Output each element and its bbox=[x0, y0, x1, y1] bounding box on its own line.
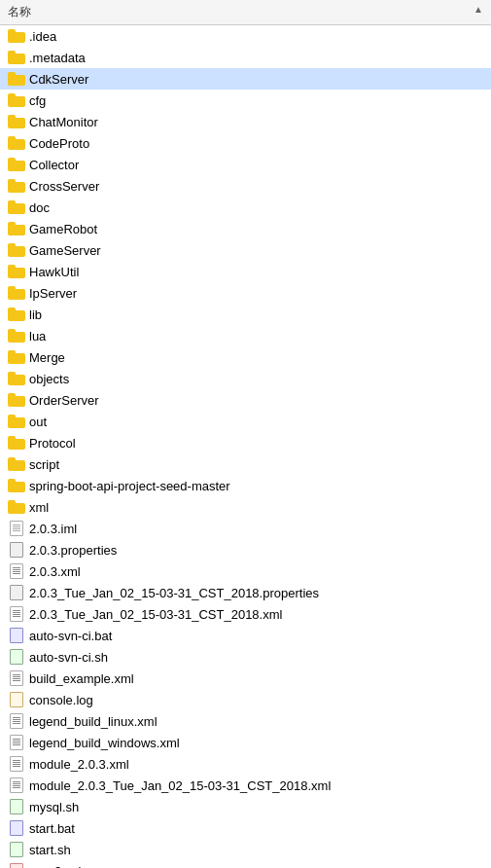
file-name: 2.0.3.properties bbox=[29, 543, 117, 558]
list-item[interactable]: ChatMonitor bbox=[0, 111, 491, 132]
list-item[interactable]: legend_build_windows.xml bbox=[0, 732, 491, 753]
list-item[interactable]: GameRobot bbox=[0, 218, 491, 239]
xml-file-icon bbox=[10, 670, 23, 686]
file-name: start.sh bbox=[29, 843, 71, 857]
folder-icon bbox=[8, 115, 25, 128]
file-name: IpServer bbox=[29, 286, 77, 301]
file-name: lua bbox=[29, 329, 46, 344]
file-name: cfg bbox=[29, 93, 46, 108]
column-header[interactable]: 名称 ▲ bbox=[0, 0, 491, 25]
folder-icon bbox=[8, 200, 25, 214]
folder-icon bbox=[8, 457, 25, 471]
sh-file-icon bbox=[10, 799, 23, 814]
bat-file-icon bbox=[10, 820, 23, 836]
sh-file-icon bbox=[10, 842, 23, 857]
list-item[interactable]: Collector bbox=[0, 154, 491, 175]
file-name: CrossServer bbox=[29, 179, 99, 194]
list-item[interactable]: xml bbox=[0, 496, 491, 518]
file-name: auto-svn-ci.sh bbox=[29, 650, 108, 665]
list-item[interactable]: .metadata bbox=[0, 47, 491, 68]
folder-icon bbox=[8, 286, 25, 300]
list-item[interactable]: wow2.sql bbox=[0, 860, 491, 868]
list-item[interactable]: lua bbox=[0, 325, 491, 346]
folder-icon bbox=[8, 372, 25, 385]
file-name: out bbox=[29, 415, 47, 429]
file-name: start.bat bbox=[29, 821, 75, 836]
list-item[interactable]: HawkUtil bbox=[0, 261, 491, 282]
folder-icon bbox=[8, 307, 25, 321]
list-item[interactable]: console.log bbox=[0, 689, 491, 710]
list-item[interactable]: start.sh bbox=[0, 839, 491, 860]
file-name: ChatMonitor bbox=[29, 115, 98, 129]
list-item[interactable]: Merge bbox=[0, 346, 491, 368]
folder-icon bbox=[8, 393, 25, 407]
folder-icon bbox=[8, 51, 25, 64]
file-name: .idea bbox=[29, 29, 56, 44]
file-name: legend_build_windows.xml bbox=[29, 736, 180, 750]
list-item[interactable]: 2.0.3.xml bbox=[0, 561, 491, 582]
folder-icon bbox=[8, 479, 25, 492]
file-name: 2.0.3_Tue_Jan_02_15-03-31_CST_2018.xml bbox=[29, 607, 282, 622]
file-name: mysql.sh bbox=[29, 800, 79, 814]
list-item[interactable]: out bbox=[0, 411, 491, 432]
file-name: Merge bbox=[29, 350, 65, 365]
list-item[interactable]: doc bbox=[0, 197, 491, 218]
file-name: script bbox=[29, 457, 59, 472]
list-item[interactable]: module_2.0.3.xml bbox=[0, 753, 491, 775]
folder-icon bbox=[8, 179, 25, 193]
file-name: spring-boot-api-project-seed-master bbox=[29, 479, 230, 493]
file-name: console.log bbox=[29, 693, 93, 707]
list-item[interactable]: build_example.xml bbox=[0, 668, 491, 689]
column-title: 名称 bbox=[8, 5, 31, 18]
folder-icon bbox=[8, 329, 25, 343]
list-item[interactable]: CdkServer bbox=[0, 68, 491, 90]
list-item[interactable]: module_2.0.3_Tue_Jan_02_15-03-31_CST_201… bbox=[0, 775, 491, 796]
list-item[interactable]: OrderServer bbox=[0, 389, 491, 411]
list-item[interactable]: 2.0.3_Tue_Jan_02_15-03-31_CST_2018.xml bbox=[0, 603, 491, 625]
folder-icon bbox=[8, 93, 25, 107]
file-name: objects bbox=[29, 372, 69, 386]
xml-file-icon bbox=[10, 756, 23, 772]
list-item[interactable]: CodeProto bbox=[0, 132, 491, 154]
list-item[interactable]: lib bbox=[0, 304, 491, 325]
folder-icon bbox=[8, 415, 25, 428]
file-name: module_2.0.3.xml bbox=[29, 757, 129, 772]
file-name: lib bbox=[29, 307, 42, 322]
sh-file-icon bbox=[10, 649, 23, 665]
folder-icon bbox=[8, 265, 25, 278]
folder-icon bbox=[8, 72, 25, 86]
folder-icon bbox=[8, 29, 25, 43]
list-item[interactable]: 2.0.3.iml bbox=[0, 518, 491, 539]
list-item[interactable]: start.bat bbox=[0, 817, 491, 839]
list-item[interactable]: cfg bbox=[0, 90, 491, 111]
file-name: 2.0.3_Tue_Jan_02_15-03-31_CST_2018.prope… bbox=[29, 586, 319, 600]
file-name: CodeProto bbox=[29, 136, 89, 151]
list-item[interactable]: 2.0.3_Tue_Jan_02_15-03-31_CST_2018.prope… bbox=[0, 582, 491, 603]
folder-icon bbox=[8, 500, 25, 514]
list-item[interactable]: auto-svn-ci.bat bbox=[0, 625, 491, 646]
sql-file-icon bbox=[10, 863, 23, 868]
file-name: auto-svn-ci.bat bbox=[29, 629, 112, 643]
list-item[interactable]: script bbox=[0, 453, 491, 475]
folder-icon bbox=[8, 222, 25, 235]
file-list: .idea.metadataCdkServercfgChatMonitorCod… bbox=[0, 25, 491, 868]
file-name: 2.0.3.iml bbox=[29, 522, 77, 536]
file-name: HawkUtil bbox=[29, 265, 79, 279]
folder-icon bbox=[8, 350, 25, 364]
file-name: .metadata bbox=[29, 51, 86, 65]
list-item[interactable]: legend_build_linux.xml bbox=[0, 710, 491, 732]
folder-icon bbox=[8, 436, 25, 450]
xml-file-icon bbox=[10, 713, 23, 729]
file-name: OrderServer bbox=[29, 393, 99, 408]
list-item[interactable]: CrossServer bbox=[0, 175, 491, 197]
list-item[interactable]: spring-boot-api-project-seed-master bbox=[0, 475, 491, 496]
list-item[interactable]: 2.0.3.properties bbox=[0, 539, 491, 561]
list-item[interactable]: GameServer bbox=[0, 239, 491, 261]
list-item[interactable]: objects bbox=[0, 368, 491, 389]
list-item[interactable]: .idea bbox=[0, 25, 491, 47]
list-item[interactable]: Protocol bbox=[0, 432, 491, 453]
list-item[interactable]: IpServer bbox=[0, 282, 491, 304]
list-item[interactable]: mysql.sh bbox=[0, 796, 491, 817]
list-item[interactable]: auto-svn-ci.sh bbox=[0, 646, 491, 668]
file-name: module_2.0.3_Tue_Jan_02_15-03-31_CST_201… bbox=[29, 778, 331, 793]
